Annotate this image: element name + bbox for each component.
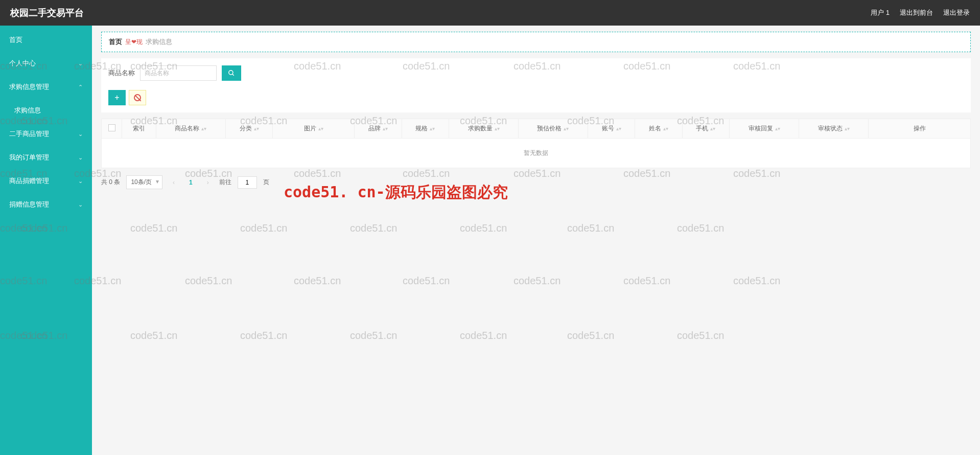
header-actions: 用户 1 退出到前台 退出登录 <box>871 8 970 17</box>
sidebar-item-wanted-manage[interactable]: 求购信息管理 ⌃ <box>0 75 92 99</box>
sort-icon: ▴▾ <box>318 127 323 130</box>
sidebar-item-label: 商品捐赠管理 <box>9 176 49 186</box>
goto-page-input[interactable] <box>238 176 257 189</box>
sidebar-item-orders[interactable]: 我的订单管理 ⌄ <box>0 146 92 169</box>
sidebar-item-label: 二手商品管理 <box>9 129 49 139</box>
table-header-realname[interactable]: 姓名▴▾ <box>635 119 682 139</box>
chevron-down-icon: ⌄ <box>78 131 83 138</box>
table-header-image[interactable]: 图片▴▾ <box>273 119 355 139</box>
table-header-qty[interactable]: 求购数量▴▾ <box>449 119 519 139</box>
sort-icon: ▴▾ <box>201 127 206 130</box>
sidebar: 首页 个人中心 ⌄ 求购信息管理 ⌃ 求购信息 二手商品管理 ⌄ 我的订单管理 … <box>0 26 92 455</box>
svg-line-1 <box>232 74 234 76</box>
sort-icon: ▴▾ <box>430 127 435 130</box>
sidebar-item-label: 捐赠信息管理 <box>9 200 49 209</box>
breadcrumb-home[interactable]: 首页 <box>109 37 122 47</box>
chevron-up-icon: ⌃ <box>78 84 83 90</box>
sidebar-item-label: 求购信息 <box>14 106 41 115</box>
add-button[interactable]: + <box>108 90 126 105</box>
sidebar-item-personal[interactable]: 个人中心 ⌄ <box>0 52 92 75</box>
table-empty-row: 暂无数据 <box>102 139 971 168</box>
sidebar-item-label: 求购信息管理 <box>9 82 49 92</box>
search-button[interactable] <box>222 65 241 81</box>
sidebar-item-label: 个人中心 <box>9 59 36 68</box>
search-input[interactable] <box>140 65 217 81</box>
table-header-review-reply[interactable]: 审核回复▴▾ <box>730 119 799 139</box>
chevron-down-icon: ⌄ <box>78 178 83 185</box>
logout-link[interactable]: 退出登录 <box>943 8 970 17</box>
user-label[interactable]: 用户 1 <box>871 8 890 17</box>
prev-page-button[interactable]: ‹ <box>169 179 179 186</box>
back-to-front-link[interactable]: 退出到前台 <box>900 8 933 17</box>
content-area: 首页 呈❤现 求购信息 商品名称 + <box>92 26 980 455</box>
pagination: 共 0 条 10条/页 ‹ 1 › 前往 页 <box>101 168 971 196</box>
checkbox-icon[interactable] <box>108 124 115 131</box>
empty-text: 暂无数据 <box>102 139 971 168</box>
sort-icon: ▴▾ <box>775 127 780 130</box>
goto-suffix: 页 <box>263 178 269 187</box>
breadcrumb-current: 求购信息 <box>146 37 172 47</box>
sidebar-item-label: 首页 <box>9 35 22 44</box>
sort-icon: ▴▾ <box>254 127 259 130</box>
sort-icon: ▴▾ <box>663 127 668 130</box>
sort-icon: ▴▾ <box>564 127 569 130</box>
svg-point-0 <box>229 71 233 75</box>
sidebar-item-wanted-info[interactable]: 求购信息 <box>0 99 92 122</box>
breadcrumb: 首页 呈❤现 求购信息 <box>101 32 971 52</box>
sidebar-item-donate[interactable]: 商品捐赠管理 ⌄ <box>0 169 92 193</box>
sort-icon: ▴▾ <box>845 127 850 130</box>
forbidden-icon <box>134 94 141 101</box>
goto-label: 前往 <box>219 178 231 187</box>
search-label: 商品名称 <box>108 69 135 78</box>
table-header-price[interactable]: 预估价格▴▾ <box>519 119 588 139</box>
search-panel: 商品名称 + <box>101 58 971 112</box>
current-page[interactable]: 1 <box>185 179 197 186</box>
sort-icon: ▴▾ <box>616 127 621 130</box>
app-title: 校园二手交易平台 <box>10 7 84 19</box>
sidebar-item-label: 我的订单管理 <box>9 153 49 162</box>
table-header-phone[interactable]: 手机▴▾ <box>682 119 729 139</box>
table-header-index[interactable]: 索引 <box>122 119 156 139</box>
table-header-checkbox[interactable] <box>102 119 122 139</box>
page-size-select[interactable]: 10条/页 <box>126 175 162 189</box>
sidebar-item-home[interactable]: 首页 <box>0 28 92 52</box>
table-header-account[interactable]: 账号▴▾ <box>588 119 635 139</box>
sort-icon: ▴▾ <box>710 127 715 130</box>
search-icon <box>228 70 235 77</box>
next-page-button[interactable]: › <box>203 179 213 186</box>
sidebar-item-secondhand[interactable]: 二手商品管理 ⌄ <box>0 122 92 146</box>
delete-button[interactable] <box>129 90 146 105</box>
data-table: 索引 商品名称▴▾ 分类▴▾ 图片▴▾ 品牌▴▾ 规格▴▾ 求购数量▴▾ 预估价… <box>101 119 971 168</box>
table-header-category[interactable]: 分类▴▾ <box>225 119 272 139</box>
table-header-actions: 操作 <box>869 119 971 139</box>
table-header-spec[interactable]: 规格▴▾ <box>402 119 449 139</box>
chevron-down-icon: ⌄ <box>78 60 83 67</box>
total-label: 共 0 条 <box>101 178 120 187</box>
sort-icon: ▴▾ <box>383 127 388 130</box>
header-bar: 校园二手交易平台 用户 1 退出到前台 退出登录 <box>0 0 980 26</box>
sort-icon: ▴▾ <box>495 127 500 130</box>
chevron-down-icon: ⌄ <box>78 154 83 161</box>
chevron-down-icon: ⌄ <box>78 201 83 208</box>
table-header-name[interactable]: 商品名称▴▾ <box>156 119 226 139</box>
sidebar-item-donate-info[interactable]: 捐赠信息管理 ⌄ <box>0 193 92 216</box>
breadcrumb-separator: 呈❤现 <box>125 38 143 47</box>
table-header-review-status[interactable]: 审核状态▴▾ <box>799 119 869 139</box>
table-header-brand[interactable]: 品牌▴▾ <box>355 119 402 139</box>
